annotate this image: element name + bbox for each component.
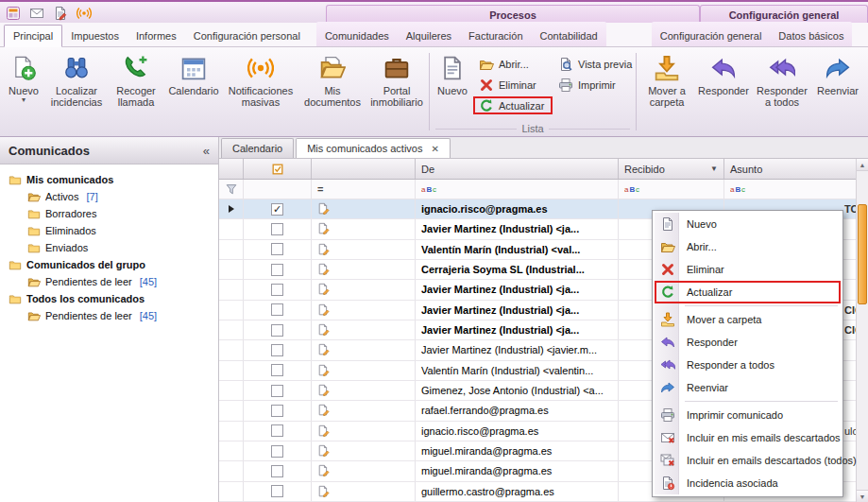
localizar-incidencias-button[interactable]: Localizar incidencias bbox=[45, 50, 108, 135]
abrir-button[interactable]: Abrir... bbox=[473, 55, 553, 73]
tree-item-todos-los-comunicados[interactable]: Todos los comunicados bbox=[0, 290, 218, 307]
row-checkbox[interactable] bbox=[271, 344, 283, 356]
responder-a-todos-button[interactable]: Responder a todos bbox=[752, 50, 812, 135]
tree-item-mis-comunicados[interactable]: Mis comunicados bbox=[0, 171, 218, 188]
tab-informes[interactable]: Informes bbox=[128, 26, 185, 46]
row-checkbox[interactable] bbox=[271, 424, 283, 437]
row-checkbox[interactable] bbox=[271, 284, 283, 296]
portal-inmobiliario-button[interactable]: Portal inmobiliario bbox=[366, 50, 427, 135]
vertical-scrollbar[interactable]: ▲ ▼ bbox=[856, 159, 868, 502]
reenviar-button[interactable]: Reenviar bbox=[812, 50, 863, 135]
responder-button[interactable]: Responder bbox=[695, 50, 752, 135]
mover-a-carpeta-button[interactable]: Mover a carpeta bbox=[638, 50, 695, 135]
calendario-button[interactable]: Calendario bbox=[164, 50, 223, 135]
menu-item-abrir[interactable]: Abrir... bbox=[655, 235, 841, 258]
tree-item-activos[interactable]: Activos [7] bbox=[0, 188, 218, 205]
tree-item-eliminados[interactable]: Eliminados bbox=[0, 222, 218, 239]
notificaciones-masivas-button[interactable]: Notificaciones masivas bbox=[223, 50, 298, 135]
menu-item-imprimir-comunicado[interactable]: Imprimir comunicado bbox=[655, 404, 841, 426]
tab-mis-comunicados-activos[interactable]: Mis comunicados activos bbox=[296, 138, 451, 158]
row-checkbox[interactable] bbox=[271, 203, 283, 216]
checkbox-cell[interactable] bbox=[244, 301, 312, 320]
row-checkbox[interactable] bbox=[271, 385, 283, 397]
recoger-llamada-button[interactable]: Recoger llamada bbox=[108, 50, 164, 135]
imprimir-button[interactable]: Imprimir bbox=[553, 76, 634, 94]
menu-item-mover-a-carpeta[interactable]: Mover a carpeta bbox=[655, 308, 841, 331]
menu-item-incidencia-asociada[interactable]: Incidencia asociada bbox=[655, 472, 841, 494]
checkbox-cell[interactable] bbox=[244, 240, 312, 259]
checkbox-cell[interactable] bbox=[244, 219, 312, 238]
lista-nuevo-button[interactable]: Nuevo bbox=[432, 50, 473, 122]
message-icon-column-header[interactable] bbox=[312, 159, 416, 179]
tab-alquileres[interactable]: Alquileres bbox=[398, 26, 460, 46]
mail-icon[interactable] bbox=[27, 5, 46, 22]
scrollbar-thumb[interactable] bbox=[858, 204, 867, 304]
checkbox-cell[interactable] bbox=[244, 482, 312, 501]
scroll-down-icon[interactable]: ▼ bbox=[857, 490, 868, 502]
collapse-sidebar-icon[interactable]: « bbox=[203, 144, 210, 158]
filter-checkbox-cell[interactable] bbox=[244, 180, 312, 199]
row-checkbox[interactable] bbox=[271, 264, 283, 276]
tab-facturacion[interactable]: Facturación bbox=[460, 26, 531, 46]
checkbox-column-header[interactable] bbox=[244, 159, 312, 179]
tab-contabilidad[interactable]: Contabilidad bbox=[532, 26, 606, 46]
scroll-up-icon[interactable]: ▲ bbox=[857, 159, 868, 171]
row-checkbox[interactable] bbox=[271, 405, 283, 417]
row-checkbox[interactable] bbox=[271, 364, 283, 376]
checkbox-cell[interactable] bbox=[244, 280, 312, 299]
row-checkbox[interactable] bbox=[271, 223, 283, 235]
menu-item-nuevo[interactable]: Nuevo bbox=[655, 213, 841, 235]
row-checkbox[interactable] bbox=[271, 324, 283, 337]
auto-filter-row[interactable]: = bbox=[219, 180, 868, 199]
tree-item-borradores[interactable]: Borradores bbox=[0, 205, 218, 222]
tree-item-pendientes-de-leer-grupo[interactable]: Pendientes de leer [45] bbox=[0, 273, 218, 290]
tab-datos-basicos[interactable]: Datos básicos bbox=[770, 26, 852, 46]
menu-item-actualizar[interactable]: Actualizar bbox=[655, 281, 841, 303]
eliminar-button[interactable]: Eliminar bbox=[473, 76, 553, 94]
checkbox-cell[interactable] bbox=[244, 361, 312, 380]
checkbox-cell[interactable] bbox=[244, 199, 312, 218]
checkbox-cell[interactable] bbox=[244, 422, 312, 441]
tab-principal[interactable]: Principal bbox=[4, 25, 62, 47]
row-checkbox[interactable] bbox=[271, 485, 283, 497]
broadcast-icon[interactable] bbox=[75, 5, 94, 22]
row-checkbox[interactable] bbox=[271, 465, 283, 477]
tab-impuestos[interactable]: Impuestos bbox=[62, 26, 128, 46]
checkbox-cell[interactable] bbox=[244, 381, 312, 400]
filter-asunto-cell[interactable] bbox=[724, 180, 868, 199]
filter-recibido-cell[interactable] bbox=[619, 180, 724, 199]
menu-item-incluir-en-mis-emails-descartados[interactable]: Incluir en mis emails descartados bbox=[655, 426, 841, 449]
menu-item-eliminar[interactable]: Eliminar bbox=[655, 258, 841, 281]
tab-comunidades[interactable]: Comunidades bbox=[316, 26, 398, 46]
menu-item-responder[interactable]: Responder bbox=[655, 331, 841, 354]
tree-item-comunicados-del-grupo[interactable]: Comunicados del grupo bbox=[0, 256, 218, 273]
tree-item-enviados[interactable]: Enviados bbox=[0, 239, 218, 256]
tab-configuracion-general[interactable]: Configuración general bbox=[652, 26, 771, 46]
vista-previa-button[interactable]: Vista previa bbox=[553, 55, 634, 73]
row-checkbox[interactable] bbox=[271, 303, 283, 316]
nuevo-button[interactable]: Nuevo bbox=[2, 50, 45, 135]
menu-item-incluir-en-emails-descartados-todos[interactable]: Incluir en emails descartados (todos) bbox=[655, 449, 841, 472]
column-header-recibido[interactable]: Recibido bbox=[619, 159, 724, 179]
tab-configuracion-personal[interactable]: Configuración personal bbox=[185, 26, 309, 46]
checkbox-cell[interactable] bbox=[244, 441, 312, 460]
menu-item-reenviar[interactable]: Reenviar bbox=[655, 376, 841, 399]
menu-item-responder-a-todos[interactable]: Responder a todos bbox=[655, 354, 841, 376]
row-checkbox[interactable] bbox=[271, 243, 283, 255]
tree-item-pendientes-de-leer-todos[interactable]: Pendientes de leer [45] bbox=[0, 307, 218, 324]
checkbox-cell[interactable] bbox=[244, 260, 312, 279]
checkbox-cell[interactable] bbox=[244, 401, 312, 420]
compose-icon[interactable] bbox=[51, 5, 70, 22]
checkbox-cell[interactable] bbox=[244, 340, 312, 359]
filter-de-cell[interactable] bbox=[416, 180, 619, 199]
app-icon[interactable] bbox=[4, 5, 23, 22]
tab-calendario[interactable]: Calendario bbox=[221, 138, 294, 158]
column-header-de[interactable]: De bbox=[416, 159, 619, 179]
column-header-asunto[interactable]: Asunto bbox=[724, 159, 868, 179]
checkbox-cell[interactable] bbox=[244, 461, 312, 480]
checkbox-cell[interactable] bbox=[244, 320, 312, 339]
row-checkbox[interactable] bbox=[271, 445, 283, 458]
filter-icon-col-cell[interactable]: = bbox=[312, 180, 416, 199]
mis-documentos-button[interactable]: Mis documentos bbox=[298, 50, 366, 135]
actualizar-button[interactable]: Actualizar bbox=[473, 96, 553, 114]
